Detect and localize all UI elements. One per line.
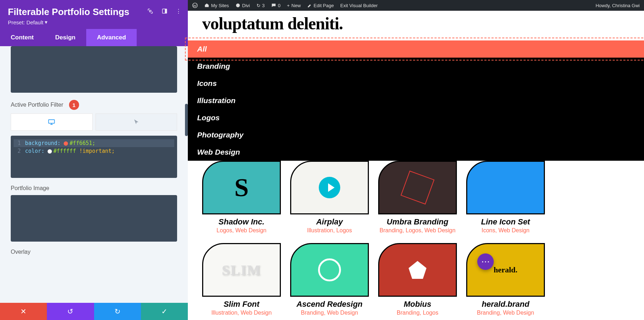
save-button[interactable]: ✓ xyxy=(141,303,188,320)
filter-photography[interactable]: Photography xyxy=(188,126,644,144)
portfolio-title: Slim Font xyxy=(202,300,281,309)
panel-body: Active Portfolio Filter 1 1 background: … xyxy=(0,46,188,320)
redo-button[interactable]: ↻ xyxy=(94,303,141,320)
comments-link[interactable]: 0 xyxy=(271,3,280,8)
dock-icon[interactable] xyxy=(161,8,168,16)
portfolio-categories[interactable]: Branding, Web Design xyxy=(466,310,545,316)
code-line-1[interactable]: 1 background: #ff6651; xyxy=(14,139,174,147)
portfolio-grid: Shadow Inc. Logos, Web Design Airplay Il… xyxy=(188,161,644,320)
portfolio-item[interactable]: Umbra Branding Branding, Logos, Web Desi… xyxy=(378,161,457,234)
portfolio-title: Mobius xyxy=(378,300,457,309)
portfolio-title: herald.brand xyxy=(466,300,545,309)
page-headline: voluptatum deleniti. xyxy=(188,11,644,40)
svg-rect-3 xyxy=(49,120,55,123)
code-line-2[interactable]: 2 color: #ffffff !important; xyxy=(14,147,174,155)
portfolio-item[interactable]: Slim Font Illustration, Web Design xyxy=(202,243,281,316)
color-swatch-orange xyxy=(64,141,68,146)
portfolio-thumb xyxy=(466,243,545,297)
device-desktop-button[interactable] xyxy=(11,113,93,131)
scrollbar-thumb[interactable] xyxy=(185,104,188,136)
filter-illustration[interactable]: Illustration xyxy=(188,92,644,109)
portfolio-thumb xyxy=(290,161,369,214)
tab-design[interactable]: Design xyxy=(44,29,86,46)
wp-logo-icon[interactable] xyxy=(192,3,198,8)
portfolio-title: Line Icon Set xyxy=(466,217,545,227)
portfolio-title: Ascend Redesign xyxy=(290,300,369,309)
portfolio-categories[interactable]: Branding, Logos xyxy=(378,310,457,316)
portfolio-categories[interactable]: Illustration, Logos xyxy=(290,227,369,234)
section-label-active-filter: Active Portfolio Filter 1 xyxy=(11,100,177,110)
portfolio-thumb xyxy=(202,243,281,297)
color-swatch-white xyxy=(48,149,52,154)
portfolio-item[interactable]: Shadow Inc. Logos, Web Design xyxy=(202,161,281,234)
portfolio-item[interactable]: Airplay Illustration, Logos xyxy=(290,161,369,234)
chevron-down-icon: ▾ xyxy=(45,19,48,25)
filter-logos[interactable]: Logos xyxy=(188,109,644,126)
section-label-portfolio-image: Portfolio Image xyxy=(11,185,177,191)
preset-selector[interactable]: Preset: Default ▾ xyxy=(8,19,180,25)
device-toggle-row xyxy=(11,113,177,131)
filter-branding[interactable]: Branding xyxy=(188,58,644,75)
portfolio-categories[interactable]: Icons, Web Design xyxy=(466,227,545,234)
expand-icon[interactable] xyxy=(147,8,153,16)
exit-vb-link[interactable]: Exit Visual Builder xyxy=(340,3,378,8)
portfolio-item[interactable]: herald.brand Branding, Web Design xyxy=(466,243,545,316)
my-sites-link[interactable]: My Sites xyxy=(204,3,229,8)
divi-link[interactable]: Divi xyxy=(235,3,250,8)
portfolio-thumb xyxy=(290,243,369,297)
portfolio-title: Airplay xyxy=(290,217,369,227)
filter-web-design[interactable]: Web Design xyxy=(188,144,644,161)
portfolio-thumb xyxy=(378,243,457,297)
settings-panel: Filterable Portfolio Settings Preset: De… xyxy=(0,0,188,320)
portfolio-categories[interactable]: Branding, Web Design xyxy=(290,310,369,316)
edit-page-link[interactable]: Edit Page xyxy=(307,3,334,8)
svg-rect-2 xyxy=(165,9,167,13)
wp-admin-bar: My Sites Divi ↻ 3 0 + New Edit Page Exit… xyxy=(188,0,644,11)
panel-tabs: Content Design Advanced xyxy=(0,29,188,46)
portfolio-thumb xyxy=(378,161,457,214)
panel-footer: ✕ ↺ ↻ ✓ xyxy=(0,303,188,320)
cancel-button[interactable]: ✕ xyxy=(0,303,47,320)
portfolio-item[interactable]: Mobius Branding, Logos xyxy=(378,243,457,316)
portfolio-categories[interactable]: Illustration, Web Design xyxy=(202,310,281,316)
portfolio-thumb xyxy=(202,161,281,214)
css-editor-box-2[interactable] xyxy=(11,195,177,242)
svg-point-5 xyxy=(236,4,240,8)
undo-button[interactable]: ↺ xyxy=(47,303,94,320)
portfolio-categories[interactable]: Logos, Web Design xyxy=(202,227,281,234)
portfolio-filters: All Branding Icons Illustration Logos Ph… xyxy=(188,40,644,161)
new-link[interactable]: + New xyxy=(287,3,301,8)
portfolio-title: Umbra Branding xyxy=(378,217,457,227)
portfolio-item[interactable]: Ascend Redesign Branding, Web Design xyxy=(290,243,369,316)
section-label-overlay: Overlay xyxy=(11,249,177,255)
css-editor-box[interactable] xyxy=(11,46,177,93)
refresh-link[interactable]: ↻ 3 xyxy=(257,3,265,8)
css-code-editor[interactable]: 1 background: #ff6651; 2 color: #ffffff … xyxy=(11,136,177,178)
filter-icons[interactable]: Icons xyxy=(188,75,644,92)
divi-fab-button[interactable]: ⋯ xyxy=(477,253,494,270)
portfolio-categories[interactable]: Branding, Logos, Web Design xyxy=(378,227,457,234)
tab-advanced[interactable]: Advanced xyxy=(86,29,137,46)
tab-content[interactable]: Content xyxy=(0,29,44,46)
device-hover-button[interactable] xyxy=(96,113,177,131)
portfolio-title: Shadow Inc. xyxy=(202,217,281,227)
filter-all[interactable]: All xyxy=(188,40,644,58)
user-greeting[interactable]: Howdy, Christina Gwi xyxy=(596,3,640,8)
portfolio-item[interactable]: Line Icon Set Icons, Web Design xyxy=(466,161,545,234)
preview-area: My Sites Divi ↻ 3 0 + New Edit Page Exit… xyxy=(188,0,644,320)
portfolio-thumb xyxy=(466,161,545,214)
kebab-menu-icon[interactable]: ⋮ xyxy=(176,8,181,16)
svg-rect-0 xyxy=(150,10,151,12)
panel-header: Filterable Portfolio Settings Preset: De… xyxy=(0,0,188,29)
annotation-marker-1: 1 xyxy=(69,100,79,110)
